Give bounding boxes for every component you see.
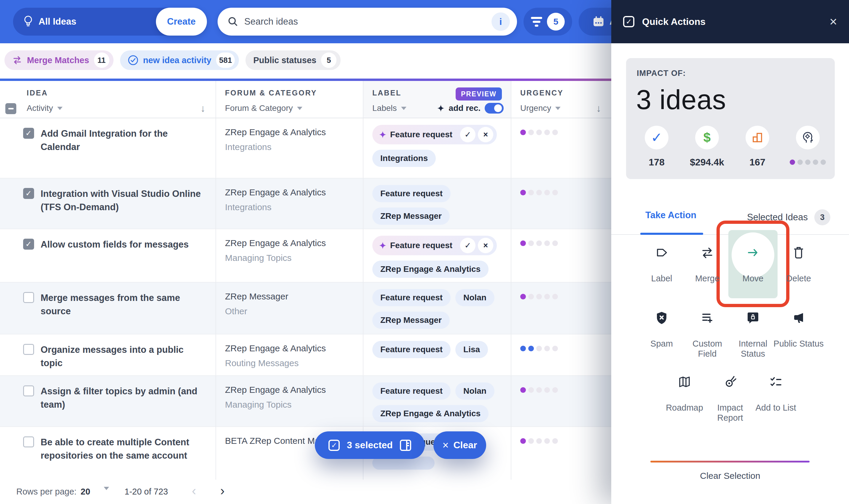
- idea-title: Allow custom fields for messages: [41, 238, 189, 283]
- row-checkbox[interactable]: [23, 436, 34, 447]
- table-header: IDEA Activity ↓ FORUM & CATEGORY Forum &…: [0, 81, 611, 118]
- table-row[interactable]: Organize messages into a public topic ZR…: [0, 335, 611, 376]
- action-internal-status[interactable]: Internal Status: [728, 308, 778, 359]
- idea-title: Integration with Visual Studio Online (T…: [41, 187, 204, 230]
- action-impact-report[interactable]: Impact Report: [705, 372, 755, 423]
- prev-page-button[interactable]: ‹: [192, 483, 196, 498]
- check-icon: ✓: [651, 129, 663, 146]
- category-name: Managing Topics: [225, 400, 357, 410]
- row-checkbox[interactable]: [23, 344, 34, 355]
- clear-selection-link[interactable]: Clear Selection: [611, 471, 849, 481]
- search-input[interactable]: Search ideas i: [218, 8, 517, 36]
- idea-title: Merge messages from the same source: [41, 291, 204, 334]
- next-page-button[interactable]: ›: [220, 483, 225, 498]
- stat-value: $294.4k: [682, 157, 732, 168]
- action-spam[interactable]: Spam: [636, 308, 687, 349]
- row-checkbox[interactable]: [23, 292, 34, 303]
- scope-selector[interactable]: All Ideas Create: [13, 8, 206, 36]
- table-row[interactable]: ✓ Add Gmail Integration for the Calendar…: [0, 118, 611, 179]
- label-chip[interactable]: Feature request: [372, 382, 451, 400]
- label-chip[interactable]: Integrations: [372, 150, 436, 167]
- selected-count-button[interactable]: ✓ 3 selected: [315, 431, 425, 459]
- table-row[interactable]: ✓ Allow custom fields for messages ZRep …: [0, 229, 611, 283]
- filter-chip-public-statuses[interactable]: Public statuses 5: [246, 50, 341, 70]
- saved-filters-row: Merge Matches 11 new idea activity 581 P…: [4, 50, 341, 70]
- filter-chip-label: new idea activity: [143, 55, 212, 65]
- gradient-divider: [650, 461, 810, 463]
- approve-label-icon[interactable]: ✓: [460, 238, 475, 253]
- label-chip[interactable]: Feature request: [372, 289, 451, 306]
- filters-button[interactable]: 5: [524, 8, 572, 36]
- impact-heading: IMPACT OF:: [637, 69, 686, 78]
- stat-revenue: $ $294.4k: [682, 126, 732, 168]
- action-move[interactable]: Move: [728, 243, 778, 284]
- table-row[interactable]: Merge messages from the same source ZRep…: [0, 283, 611, 335]
- action-custom-field[interactable]: Custom Field: [682, 308, 733, 359]
- rows-per-page-label: Rows per page:: [16, 487, 76, 497]
- activity-dropdown[interactable]: Activity: [27, 104, 53, 113]
- urgency-indicator: [511, 283, 611, 334]
- reject-label-icon[interactable]: ×: [478, 127, 493, 142]
- label-chip[interactable]: Feature request: [372, 341, 451, 358]
- chevron-down-icon: [104, 487, 109, 490]
- page-range: 1-20 of 723: [125, 487, 168, 497]
- select-all-checkbox[interactable]: [5, 103, 16, 114]
- label-chip[interactable]: ZRep Engage & Analytics: [372, 405, 489, 422]
- forum-name: ZRep Engage & Analytics: [225, 385, 357, 395]
- label-chip[interactable]: ZRep Messager: [372, 208, 450, 225]
- add-rec-toggle[interactable]: [485, 103, 504, 113]
- row-checkbox[interactable]: ✓: [23, 188, 34, 199]
- tag-icon: [655, 246, 668, 259]
- urgency-dropdown[interactable]: Urgency: [520, 104, 551, 113]
- label-chip[interactable]: Lisa: [455, 341, 488, 358]
- info-icon[interactable]: i: [491, 13, 510, 31]
- label-chip[interactable]: Nolan: [455, 289, 494, 306]
- idea-title: Organize messages into a public topic: [41, 343, 204, 375]
- close-panel-button[interactable]: ×: [829, 15, 837, 28]
- stat-urgency: [782, 126, 833, 168]
- approve-label-icon[interactable]: ✓: [460, 127, 475, 142]
- table-row[interactable]: Assign & filter topics by admin (and tea…: [0, 376, 611, 427]
- row-checkbox[interactable]: [23, 385, 34, 396]
- urgency-indicator: [511, 427, 611, 481]
- filter-chip-new-idea-activity[interactable]: new idea activity 581: [120, 50, 239, 70]
- forum-name: ZRep Engage & Analytics: [225, 343, 357, 354]
- action-public-status[interactable]: Public Status: [773, 308, 824, 349]
- close-icon: ×: [442, 439, 449, 451]
- header-urgency: URGENCY Urgency ↓: [511, 81, 611, 118]
- list-plus-icon: [701, 311, 714, 324]
- tab-take-action[interactable]: Take Action: [645, 210, 696, 220]
- rows-per-page-select[interactable]: 20: [80, 487, 90, 497]
- sort-desc-icon[interactable]: ↓: [200, 103, 205, 114]
- action-label[interactable]: Label: [636, 243, 687, 284]
- reject-label-icon[interactable]: ×: [478, 238, 493, 253]
- category-name: Integrations: [225, 202, 357, 212]
- action-add-to-list[interactable]: Add to List: [751, 372, 801, 413]
- label-chip[interactable]: Nolan: [455, 382, 494, 400]
- action-delete[interactable]: Delete: [773, 243, 824, 284]
- sort-desc-icon[interactable]: ↓: [596, 103, 601, 114]
- action-label-text: Public Status: [773, 339, 824, 349]
- urgency-indicator: [511, 118, 611, 178]
- label-chip[interactable]: ZRep Messager: [372, 311, 450, 329]
- filter-chip-label: Public statuses: [253, 55, 316, 65]
- table-row[interactable]: Be able to create multiple Content repos…: [0, 427, 611, 481]
- row-checkbox[interactable]: ✓: [23, 239, 34, 250]
- action-roadmap[interactable]: Roadmap: [659, 372, 710, 413]
- swap-arrows-icon: [12, 56, 22, 65]
- forum-category-dropdown[interactable]: Forum & Category: [225, 104, 293, 113]
- clear-label: Clear: [453, 440, 477, 451]
- merge-arrows-icon: [701, 247, 714, 258]
- selected-count-label: 3 selected: [347, 440, 393, 451]
- clear-selection-button[interactable]: × Clear: [433, 431, 486, 459]
- filter-chip-merge-matches[interactable]: Merge Matches 11: [4, 50, 113, 70]
- app-root: All Ideas Create Search ideas i 5 All: [0, 0, 849, 504]
- row-checkbox[interactable]: ✓: [23, 128, 34, 139]
- label-chip[interactable]: Feature request: [372, 185, 451, 202]
- action-label-text: Merge: [682, 273, 733, 284]
- labels-dropdown[interactable]: Labels: [372, 104, 397, 113]
- create-button[interactable]: Create: [156, 8, 207, 36]
- table-row[interactable]: ✓ Integration with Visual Studio Online …: [0, 179, 611, 229]
- label-chip[interactable]: ZRep Engage & Analytics: [372, 260, 489, 278]
- side-panel-icon: [400, 440, 411, 451]
